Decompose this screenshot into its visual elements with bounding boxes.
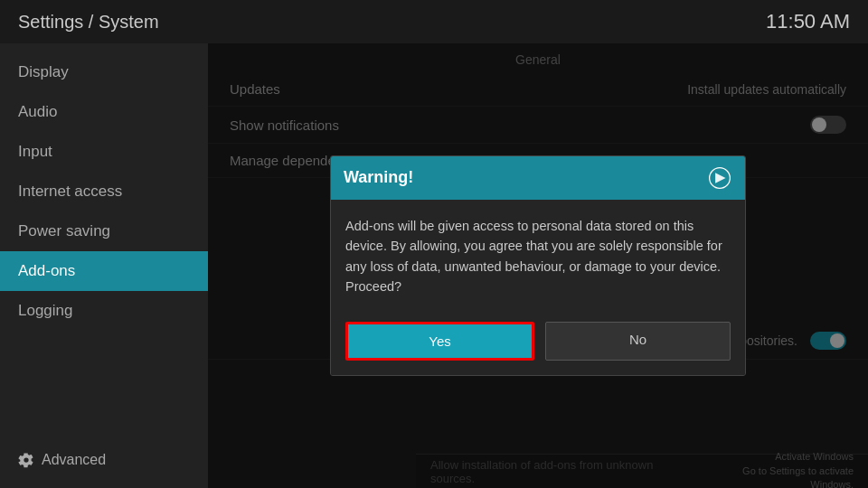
dialog-overlay: Warning! Add-ons will be given access to… [208,43,868,488]
sidebar: Display Audio Input Internet access Powe… [0,43,208,488]
sidebar-item-input[interactable]: Input [0,132,208,172]
dialog-body: Add-ons will be given access to personal… [331,200,745,310]
dialog-message: Add-ons will be given access to personal… [345,219,722,294]
kodi-logo-icon [707,165,732,191]
main-layout: Display Audio Input Internet access Powe… [0,43,868,488]
sidebar-item-logging[interactable]: Logging [0,291,208,331]
dialog-title: Warning! [344,168,413,187]
system-time: 11:50 AM [766,10,850,33]
dialog-header: Warning! [331,156,745,200]
app-header: Settings / System 11:50 AM [0,0,868,43]
sidebar-item-display[interactable]: Display [0,52,208,92]
advanced-label: Advanced [42,452,106,468]
page-title: Settings / System [18,12,159,33]
gear-icon [18,452,34,468]
kodi-logo-svg [708,166,731,190]
warning-dialog: Warning! Add-ons will be given access to… [330,155,746,377]
sidebar-item-internet-access[interactable]: Internet access [0,172,208,211]
sidebar-item-add-ons[interactable]: Add-ons [0,251,208,291]
dialog-no-button[interactable]: No [545,322,731,361]
sidebar-item-audio[interactable]: Audio [0,92,208,132]
dialog-yes-button[interactable]: Yes [345,322,534,361]
svg-marker-1 [715,173,725,183]
sidebar-item-power-saving[interactable]: Power saving [0,211,208,251]
dialog-buttons: Yes No [331,309,745,375]
advanced-button[interactable]: Advanced [0,441,208,479]
main-content: General Updates Install updates automati… [208,43,868,488]
